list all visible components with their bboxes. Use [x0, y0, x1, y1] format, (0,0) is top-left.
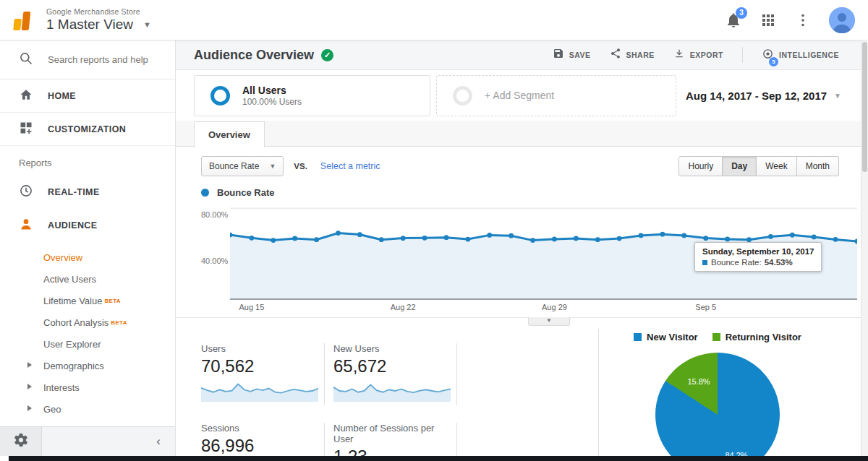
metric-divider	[456, 343, 457, 405]
add-segment-button[interactable]: + Add Segment	[436, 75, 676, 116]
expand-arrow-icon	[27, 362, 32, 368]
legend-dot-icon	[201, 189, 209, 197]
tooltip-date: Sunday, September 10, 2017	[702, 247, 814, 256]
segment-all-users[interactable]: All Users 100.00% Users	[194, 75, 430, 116]
sidebar-footer: ‹	[0, 426, 175, 456]
share-button[interactable]: SHARE	[610, 48, 655, 62]
logo-bar-tall	[22, 12, 31, 30]
vertical-scrollbar[interactable]	[861, 40, 868, 456]
subnav-label: Demographics	[43, 361, 104, 371]
clock-icon	[19, 184, 33, 201]
notifications-badge: 3	[736, 7, 747, 19]
metric-card-new-users[interactable]: New Users 65,672	[333, 343, 451, 402]
notifications-button[interactable]: 3	[725, 12, 742, 29]
analytics-app-window: Google Merchandise Store 1 Master View ▼…	[0, 0, 868, 461]
intelligence-button[interactable]: 5 INTELLIGENCE	[762, 48, 839, 63]
share-label: SHARE	[626, 51, 655, 59]
vs-label: VS.	[294, 162, 307, 171]
share-icon	[610, 48, 621, 62]
tooltip-value: 54.53%	[765, 258, 793, 267]
x-axis-ticks: Aug 15Aug 22Aug 29Sep 5	[230, 303, 857, 314]
x-axis-line	[230, 298, 857, 300]
account-switcher[interactable]: Google Merchandise Store 1 Master View ▼	[46, 7, 151, 33]
metric-card-users[interactable]: Users 70,562	[201, 343, 318, 402]
main-content: Audience Overview ✓ SAVE SHARE	[176, 40, 868, 461]
account-name: Google Merchandise Store	[46, 7, 151, 16]
chevron-down-icon: ▼	[269, 163, 276, 170]
metric-select-dropdown[interactable]: Bounce Rate ▼	[201, 156, 284, 176]
gear-icon	[13, 432, 29, 451]
google-analytics-logo-icon[interactable]	[12, 8, 36, 33]
scrollbar-thumb[interactable]	[862, 42, 867, 172]
new-users-sparkline	[333, 380, 451, 402]
apps-grid-button[interactable]	[760, 12, 777, 29]
view-name: 1 Master View	[46, 17, 133, 33]
visitor-type-pie-chart[interactable]: 15.8% 84.2%	[655, 353, 780, 461]
search-input[interactable]	[48, 54, 171, 65]
subnav-item-user-explorer[interactable]: User Explorer	[0, 333, 175, 355]
subnav-item-interests[interactable]: Interests	[0, 376, 175, 398]
sidebar-search[interactable]	[0, 40, 175, 79]
granularity-day-button[interactable]: Day	[723, 156, 757, 176]
sidebar-item-label: HOME	[48, 91, 76, 101]
subnav-label: Cohort Analysis	[43, 317, 109, 328]
sidebar-item-customization[interactable]: CUSTOMIZATION	[0, 113, 175, 146]
reports-section-label: Reports	[0, 146, 175, 176]
metric-label: Users	[201, 343, 318, 354]
explorer-controls: Bounce Rate ▼ VS. Select a metric Hourly…	[176, 147, 868, 177]
metric-divider	[324, 343, 325, 405]
customization-icon	[19, 121, 33, 138]
legend-item-new-visitor[interactable]: New Visitor	[634, 332, 698, 342]
segment-ring-icon	[210, 86, 230, 105]
chart-tooltip: Sunday, September 10, 2017 Bounce Rate: …	[694, 242, 822, 272]
users-sparkline	[201, 380, 318, 402]
metric-label: New Users	[333, 343, 451, 354]
subnav-label: Interests	[43, 382, 80, 393]
date-range-picker[interactable]: Aug 14, 2017 - Sep 12, 2017 ▼	[686, 90, 841, 102]
select-a-metric-link[interactable]: Select a metric	[320, 161, 380, 171]
export-button[interactable]: EXPORT	[673, 48, 723, 62]
sidebar-item-label: REAL-TIME	[48, 187, 100, 197]
metric-label: Number of Sessions per User	[333, 423, 451, 444]
metric-select-value: Bounce Rate	[209, 161, 259, 171]
tab-overview[interactable]: Overview	[194, 121, 265, 147]
granularity-month-button[interactable]: Month	[797, 156, 839, 176]
sidebar: HOME CUSTOMIZATION Reports REAL-TIME	[0, 40, 176, 461]
sidebar-item-label: CUSTOMIZATION	[48, 124, 126, 134]
legend-label: Bounce Rate	[217, 187, 274, 198]
pie-label-returning: 15.8%	[687, 377, 710, 386]
sidebar-item-audience[interactable]: AUDIENCE	[0, 209, 175, 242]
sidebar-item-realtime[interactable]: REAL-TIME	[0, 176, 175, 209]
x-axis-tick: Sep 5	[689, 303, 723, 311]
metric-grid: Users 70,562 New Users 65,672	[201, 343, 624, 461]
person-icon	[19, 217, 33, 234]
segment-row: All Users 100.00% Users + Add Segment Au…	[176, 70, 868, 121]
more-options-button[interactable]	[794, 12, 812, 29]
collapse-sidebar-button[interactable]: ‹	[42, 426, 175, 456]
expand-arrow-icon	[27, 405, 32, 411]
granularity-toggle: Hourly Day Week Month	[678, 156, 839, 176]
subnav-item-demographics[interactable]: Demographics	[0, 355, 175, 376]
user-avatar[interactable]	[829, 7, 855, 33]
subnav-item-geo[interactable]: Geo	[0, 398, 175, 420]
subnav-label: Active Users	[43, 274, 96, 285]
top-bar: Google Merchandise Store 1 Master View ▼…	[0, 0, 868, 40]
save-icon	[553, 48, 564, 62]
beta-badge: BETA	[111, 319, 127, 326]
intelligence-badge: 5	[769, 57, 778, 66]
chevron-down-icon: ▼	[834, 92, 841, 100]
subnav-item-lifetime-value[interactable]: Lifetime Value BETA	[0, 290, 175, 311]
subnav-item-cohort-analysis[interactable]: Cohort Analysis BETA	[0, 311, 175, 333]
granularity-hourly-button[interactable]: Hourly	[678, 156, 723, 176]
bounce-rate-chart-area: 80.00% 40.00% Aug 15Aug 22Aug 29Sep 5 Su…	[230, 206, 832, 324]
granularity-week-button[interactable]: Week	[757, 156, 796, 176]
subnav-item-overview[interactable]: Overview	[0, 246, 175, 268]
legend-item-returning-visitor[interactable]: Returning Visitor	[712, 332, 801, 342]
sidebar-item-label: AUDIENCE	[48, 220, 97, 231]
sidebar-item-home[interactable]: HOME	[0, 79, 175, 113]
beta-badge: BETA	[104, 298, 120, 304]
save-button[interactable]: SAVE	[553, 48, 591, 62]
subnav-item-active-users[interactable]: Active Users	[0, 268, 175, 290]
admin-settings-button[interactable]	[0, 426, 42, 456]
chevron-down-icon[interactable]: ▼	[143, 20, 151, 29]
